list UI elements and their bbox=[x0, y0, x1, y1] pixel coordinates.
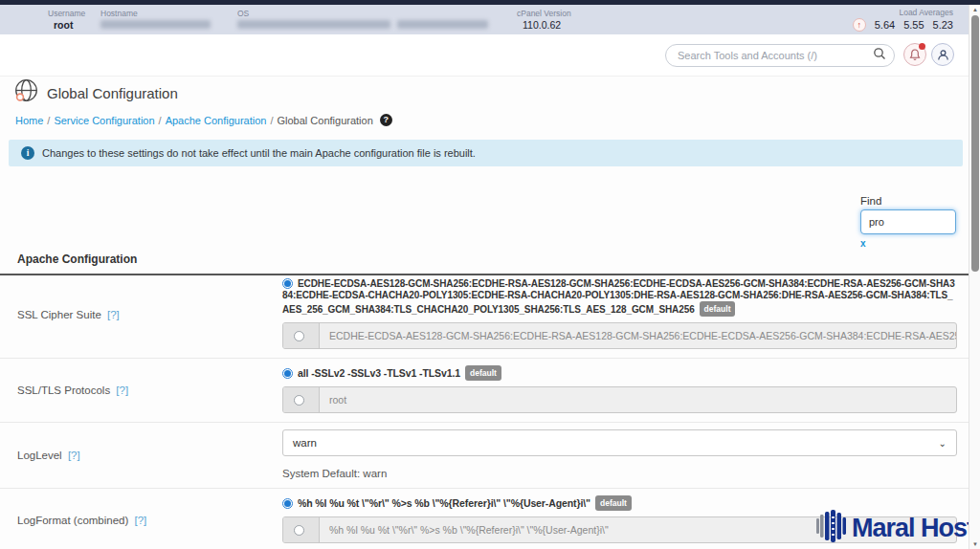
search-icon bbox=[873, 47, 894, 64]
load-value-5: 5.55 bbox=[903, 19, 924, 31]
os-value-redacted bbox=[237, 20, 390, 29]
load-averages: Load Averages ↑ 5.64 5.55 5.23 bbox=[853, 8, 953, 32]
maralhost-logo: Maral Host bbox=[815, 509, 974, 547]
username-label: Username bbox=[48, 9, 85, 18]
loglevel-select[interactable]: warn ⌄ bbox=[282, 429, 957, 456]
row-label-text: SSL/TLS Protocols bbox=[17, 384, 110, 396]
custom-option-radio-cell bbox=[283, 323, 320, 348]
breadcrumb: Home / Service Configuration / Apache Co… bbox=[15, 114, 392, 126]
loglevel-selected-value: warn bbox=[293, 437, 317, 449]
custom-option-input[interactable]: root bbox=[320, 387, 956, 412]
default-badge: default bbox=[595, 495, 632, 511]
custom-option-group: root bbox=[282, 386, 957, 413]
system-default-text: System Default: warn bbox=[282, 468, 957, 479]
notification-badge-dot bbox=[919, 43, 925, 50]
page-header: Global Configuration bbox=[13, 78, 178, 108]
row-help-link[interactable]: [?] bbox=[116, 384, 128, 396]
load-value-1: 5.64 bbox=[875, 19, 895, 31]
chevron-down-icon: ⌄ bbox=[939, 438, 947, 449]
row-label: LogLevel [?] bbox=[0, 450, 282, 461]
breadcrumb-separator: / bbox=[47, 115, 50, 126]
maralhost-logo-text: Maral Host bbox=[852, 514, 974, 543]
find-input[interactable] bbox=[860, 209, 956, 234]
find-label: Find bbox=[860, 195, 956, 207]
custom-option-radio-cell bbox=[283, 387, 320, 412]
scrollbar-down-arrow[interactable]: ▼ bbox=[969, 541, 980, 547]
default-option-radio[interactable] bbox=[282, 278, 293, 289]
default-option-radio[interactable] bbox=[282, 498, 293, 509]
account-menu-button[interactable] bbox=[931, 43, 954, 66]
find-box: Find x bbox=[860, 195, 956, 249]
os-value-redacted-2 bbox=[397, 20, 488, 29]
row-label: SSL/TLS Protocols [?] bbox=[0, 384, 282, 396]
page-title: Global Configuration bbox=[47, 85, 178, 101]
scrollbar-up-arrow[interactable]: ▲ bbox=[969, 7, 980, 12]
row-label: SSL Cipher Suite [?] bbox=[0, 309, 282, 320]
row-label-text: LogLevel bbox=[17, 450, 62, 461]
custom-option-radio[interactable] bbox=[294, 525, 304, 536]
server-info-bar: Username root Hostname OS cPanel Version… bbox=[0, 5, 980, 34]
globe-icon bbox=[13, 78, 39, 108]
row-content: warn ⌄ System Default: warn bbox=[282, 423, 969, 488]
custom-option-radio[interactable] bbox=[294, 331, 304, 341]
row-label-text: SSL Cipher Suite bbox=[17, 309, 101, 320]
custom-option-radio[interactable] bbox=[294, 395, 304, 406]
info-banner: i Changes to these settings do not take … bbox=[9, 140, 963, 166]
table-row-loglevel: LogLevel [?] warn ⌄ System Default: warn bbox=[0, 423, 969, 489]
breadcrumb-home[interactable]: Home bbox=[15, 115, 43, 126]
search-box bbox=[665, 44, 895, 67]
row-help-link[interactable]: [?] bbox=[135, 515, 147, 526]
table-row-ssl-cipher-suite: SSL Cipher Suite [?] ECDHE-ECDSA-AES128-… bbox=[0, 272, 969, 359]
row-content: all -SSLv2 -SSLv3 -TLSv1 -TLSv1.1default… bbox=[282, 359, 969, 422]
notifications-button[interactable] bbox=[903, 43, 926, 66]
default-badge: default bbox=[465, 365, 501, 381]
custom-option-input[interactable]: ECDHE-ECDSA-AES128-GCM-SHA256:ECDHE-RSA-… bbox=[320, 323, 956, 348]
vertical-scrollbar[interactable]: ▲ ▼ bbox=[969, 5, 980, 549]
load-up-arrow-icon: ↑ bbox=[853, 18, 866, 32]
scrollbar-thumb[interactable] bbox=[971, 15, 979, 272]
search-input[interactable] bbox=[666, 50, 873, 61]
apache-configuration-table: SSL Cipher Suite [?] ECDHE-ECDSA-AES128-… bbox=[0, 272, 969, 549]
load-value-15: 5.23 bbox=[933, 19, 953, 31]
maralhost-logo-icon bbox=[815, 509, 848, 547]
hostname-value-redacted bbox=[100, 20, 211, 29]
breadcrumb-service-configuration[interactable]: Service Configuration bbox=[54, 115, 154, 126]
row-content: ECDHE-ECDSA-AES128-GCM-SHA256:ECDHE-RSA-… bbox=[282, 272, 969, 358]
search-band bbox=[0, 34, 980, 77]
custom-option-radio-cell bbox=[283, 517, 320, 542]
cpanel-version-value: 110.0.62 bbox=[523, 19, 561, 31]
row-help-link[interactable]: [?] bbox=[68, 450, 80, 461]
row-label-text: LogFormat (combined) bbox=[17, 515, 128, 526]
row-label: LogFormat (combined) [?] bbox=[0, 515, 282, 526]
custom-option-group: ECDHE-ECDSA-AES128-GCM-SHA256:ECDHE-RSA-… bbox=[282, 322, 957, 349]
breadcrumb-apache-configuration[interactable]: Apache Configuration bbox=[166, 115, 267, 126]
default-option-radio[interactable] bbox=[282, 368, 293, 379]
load-averages-label: Load Averages bbox=[853, 8, 953, 17]
default-option-value: all -SSLv2 -SSLv3 -TLSv1 -TLSv1.1 bbox=[298, 367, 460, 379]
breadcrumb-separator: / bbox=[159, 115, 162, 126]
hostname-label: Hostname bbox=[100, 9, 138, 18]
info-icon: i bbox=[21, 146, 34, 160]
user-icon bbox=[937, 49, 949, 61]
cpanel-version-label: cPanel Version bbox=[517, 9, 571, 18]
default-option-value: %h %l %u %t \"%r\" %>s %b \"%{Referer}i\… bbox=[298, 497, 590, 509]
row-help-link[interactable]: [?] bbox=[107, 309, 120, 320]
help-icon[interactable]: ? bbox=[380, 114, 392, 126]
default-option-value: ECDHE-ECDSA-AES128-GCM-SHA256:ECDHE-RSA-… bbox=[282, 278, 955, 315]
breadcrumb-current: Global Configuration bbox=[278, 115, 373, 126]
os-label: OS bbox=[237, 9, 249, 18]
default-badge: default bbox=[700, 301, 736, 317]
whm-global-configuration-page: Username root Hostname OS cPanel Version… bbox=[0, 0, 980, 549]
breadcrumb-separator: / bbox=[270, 115, 273, 126]
table-row-ssl-tls-protocols: SSL/TLS Protocols [?] all -SSLv2 -SSLv3 … bbox=[0, 359, 969, 423]
username-value: root bbox=[54, 19, 73, 31]
bell-icon bbox=[909, 49, 921, 61]
info-banner-text: Changes to these settings do not take ef… bbox=[42, 147, 476, 159]
